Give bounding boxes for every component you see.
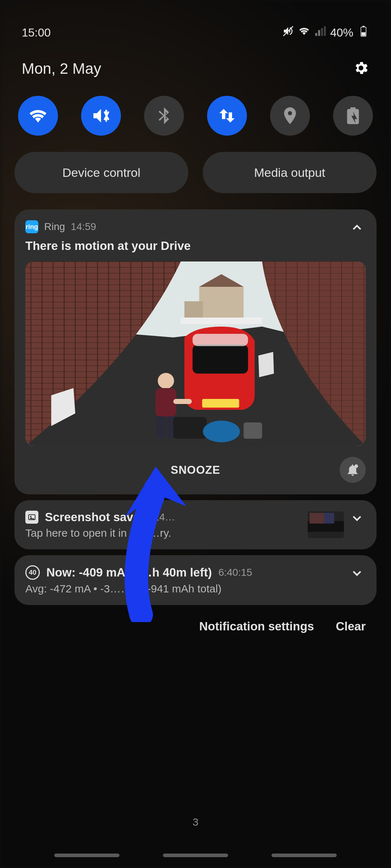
qs-sound-toggle[interactable] [81, 96, 121, 136]
status-indicators: 40% [282, 25, 369, 40]
status-time: 15:00 [22, 26, 51, 39]
screenshot-body: Tap here to open it in G……ry. [25, 527, 308, 539]
ring-time: 14:59 [71, 221, 96, 233]
media-output-button[interactable]: Media output [203, 152, 377, 193]
screenshot-title: Screenshot saved [45, 510, 147, 524]
svg-rect-12 [181, 318, 262, 324]
panel-date[interactable]: Mon, 2 May [22, 60, 101, 77]
svg-rect-17 [156, 388, 176, 417]
expand-icon[interactable] [350, 511, 364, 527]
battery-clock: 6:40:15 [218, 567, 252, 578]
notification-count: 3 [0, 816, 391, 828]
qs-location-toggle[interactable] [270, 96, 310, 136]
svg-point-16 [158, 373, 174, 389]
battery-title: Now: -409 mA ……h 40m left) [46, 566, 212, 579]
screenshot-time: 14… [154, 511, 175, 523]
device-control-button[interactable]: Device control [14, 152, 188, 193]
svg-rect-2 [362, 26, 365, 27]
gesture-nav-bar[interactable] [0, 854, 391, 857]
svg-rect-23 [244, 422, 262, 439]
ring-app-name: Ring [44, 221, 65, 233]
media-output-label: Media output [254, 166, 325, 180]
svg-point-22 [203, 421, 240, 442]
svg-rect-14 [193, 334, 248, 346]
ring-camera-snapshot[interactable] [25, 261, 366, 446]
svg-rect-13 [193, 345, 248, 374]
ring-title: There is motion at your Drive [25, 239, 366, 253]
signal-icon [314, 25, 326, 40]
svg-marker-25 [258, 352, 274, 377]
notification-screenshot[interactable]: Screenshot saved 14… Tap here to open it… [14, 500, 377, 549]
svg-rect-20 [173, 399, 192, 404]
battery-body: Avg: -472 mA • -3……/h (-941 mAh total) [25, 583, 366, 595]
qs-wifi-toggle[interactable] [18, 96, 58, 136]
battery-pct: 40% [330, 26, 353, 39]
svg-rect-21 [173, 417, 207, 439]
ring-app-icon: ring [25, 220, 38, 233]
image-icon [25, 511, 38, 524]
expand-icon[interactable] [350, 566, 364, 582]
battery-icon [358, 25, 369, 40]
clear-button[interactable]: Clear [336, 620, 366, 633]
settings-gear-icon[interactable] [353, 60, 369, 78]
status-bar: 15:00 40% [14, 0, 377, 40]
svg-point-28 [30, 516, 31, 517]
svg-point-26 [354, 464, 358, 468]
svg-rect-15 [202, 399, 239, 408]
notification-settings-button[interactable]: Notification settings [199, 620, 314, 633]
qs-bluetooth-toggle[interactable] [144, 96, 184, 136]
qs-mobile-data-toggle[interactable] [207, 96, 247, 136]
svg-rect-3 [361, 32, 365, 36]
wifi-icon [298, 25, 310, 40]
snooze-bell-icon[interactable] [340, 457, 366, 483]
screenshot-thumbnail [308, 511, 344, 538]
battery-badge-icon: 40 [25, 565, 40, 580]
collapse-icon[interactable] [350, 220, 364, 236]
device-control-label: Device control [62, 166, 140, 180]
svg-rect-11 [184, 301, 203, 319]
svg-rect-18 [157, 416, 165, 438]
quick-settings-row [14, 78, 377, 136]
notification-ring[interactable]: ring Ring 14:59 There is motion at your … [14, 209, 377, 494]
vibrate-icon [282, 25, 294, 40]
snooze-button[interactable]: SNOOZE [171, 464, 220, 477]
qs-power-saving-toggle[interactable] [333, 96, 373, 136]
svg-rect-9 [199, 287, 244, 319]
notification-battery[interactable]: 40 Now: -409 mA ……h 40m left) 6:40:15 Av… [14, 555, 377, 605]
